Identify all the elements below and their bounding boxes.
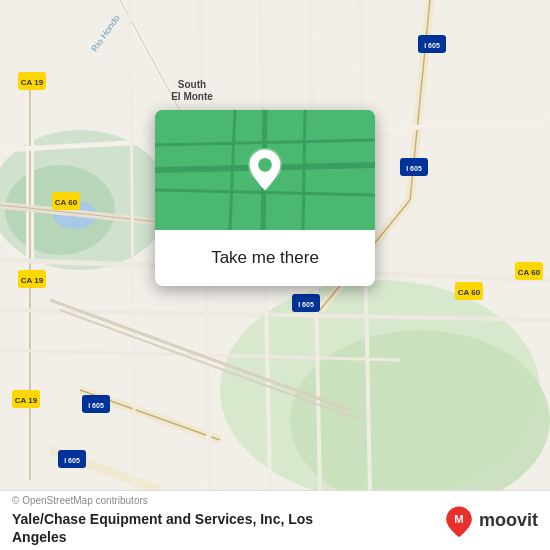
popup-map-area (155, 110, 375, 230)
svg-text:CA 19: CA 19 (21, 78, 44, 87)
svg-point-63 (258, 158, 272, 172)
svg-line-61 (303, 110, 305, 230)
svg-text:El Monte: El Monte (171, 91, 213, 102)
svg-text:CA 60: CA 60 (518, 268, 541, 277)
svg-text:I 605: I 605 (406, 165, 422, 172)
popup-card: Take me there (155, 110, 375, 286)
moovit-logo: M moovit (443, 505, 538, 537)
svg-text:CA 19: CA 19 (15, 396, 38, 405)
svg-text:I 605: I 605 (424, 42, 440, 49)
svg-text:CA 60: CA 60 (55, 198, 78, 207)
svg-text:CA 60: CA 60 (458, 288, 481, 297)
map-container: CA 19 CA 19 CA 19 CA 60 CA 60 CA 60 I 60… (0, 0, 550, 490)
take-me-there-button[interactable]: Take me there (171, 244, 359, 272)
svg-text:I 605: I 605 (64, 457, 80, 464)
place-city: Angeles (12, 529, 66, 545)
popup-button-area: Take me there (155, 230, 375, 286)
bottom-left: © OpenStreetMap contributors Yale/Chase … (12, 495, 313, 546)
svg-text:I 605: I 605 (298, 301, 314, 308)
svg-text:South: South (178, 79, 206, 90)
svg-text:CA 19: CA 19 (21, 276, 44, 285)
moovit-text: moovit (479, 510, 538, 531)
place-name: Yale/Chase Equipment and Services, Inc, … (12, 511, 313, 527)
svg-text:I 605: I 605 (88, 402, 104, 409)
bottom-bar: © OpenStreetMap contributors Yale/Chase … (0, 490, 550, 550)
place-info: Yale/Chase Equipment and Services, Inc, … (12, 510, 313, 546)
osm-attribution: © OpenStreetMap contributors (12, 495, 313, 506)
svg-text:M: M (454, 513, 463, 525)
